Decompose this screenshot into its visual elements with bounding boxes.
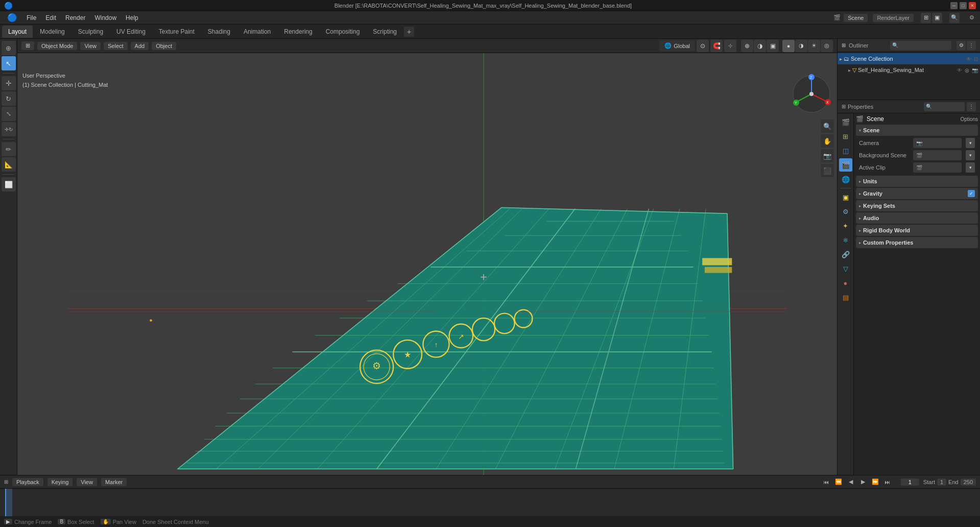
annotate-tool[interactable]: ✏ [2, 142, 16, 156]
editor-type-button[interactable]: ⊞ [21, 41, 34, 50]
step-back-button[interactable]: ⏪ [833, 477, 844, 487]
tab-scripting[interactable]: Scripting [367, 26, 403, 38]
object-data-props-icon[interactable]: ▽ [839, 262, 852, 275]
render-props-icon[interactable]: 🎬 [839, 115, 852, 129]
renderlayer-selector[interactable]: RenderLayer [873, 14, 914, 22]
playback-menu[interactable]: Playback [12, 478, 43, 486]
tab-compositing[interactable]: Compositing [320, 26, 366, 38]
scene-panel-options[interactable]: Options [961, 116, 978, 122]
tab-modeling[interactable]: Modeling [34, 26, 71, 38]
close-button[interactable]: ✕ [969, 2, 976, 9]
transform-tool[interactable]: ✛↻ [2, 122, 16, 136]
outliner-filter-button[interactable]: ⚙ [957, 41, 966, 50]
screen-layout-icon[interactable]: ⊞ [921, 13, 931, 23]
output-props-icon[interactable]: ⊞ [839, 130, 852, 143]
snap-button[interactable]: 🧲 [710, 40, 723, 52]
view-layer-props-icon[interactable]: ◫ [839, 144, 852, 157]
measure-tool[interactable]: 📐 [2, 157, 16, 172]
add-menu[interactable]: Add [131, 42, 149, 50]
proportional-edit-button[interactable]: ⊙ [697, 40, 709, 52]
screen-icon[interactable]: ▣ [932, 13, 942, 23]
tab-uv-editing[interactable]: UV Editing [110, 26, 152, 38]
outliner-search[interactable]: 🔍 [890, 41, 951, 50]
object-render-icon[interactable]: 📷 [972, 67, 978, 73]
menu-edit[interactable]: Edit [41, 13, 60, 23]
move-tool[interactable]: ✛ [2, 76, 16, 90]
gravity-section-header[interactable]: ▸ Gravity ✓ [856, 188, 978, 199]
physics-props-icon[interactable]: ⚛ [839, 233, 852, 247]
outliner-options-button[interactable]: ⋮ [967, 41, 976, 50]
gravity-checkbox[interactable]: ✓ [968, 190, 975, 197]
keying-sets-section-header[interactable]: ▸ Keying Sets [856, 200, 978, 211]
select-tool[interactable]: ↖ [2, 56, 16, 70]
background-scene-selector-button[interactable]: ▾ [966, 150, 975, 160]
tab-animation[interactable]: Animation [237, 26, 277, 38]
xray-button[interactable]: ▣ [767, 40, 779, 52]
menu-file[interactable]: File [22, 13, 40, 23]
tab-rendering[interactable]: Rendering [278, 26, 318, 38]
object-props-icon[interactable]: ▣ [839, 190, 852, 204]
start-frame-input[interactable]: 1 [937, 478, 946, 486]
background-scene-value[interactable]: 🎬 [913, 150, 962, 160]
object-visibility-icon[interactable]: 👁 [957, 67, 962, 73]
properties-search[interactable]: 🔍 [924, 102, 965, 111]
global-transform-button[interactable]: 🌐 Global [660, 41, 694, 50]
view-menu[interactable]: View [80, 42, 101, 50]
properties-options-button[interactable]: ⋮ [967, 102, 976, 111]
texture-props-icon[interactable]: ▤ [839, 291, 852, 304]
scene-selector[interactable]: Scene [844, 14, 868, 22]
timeline-ruler[interactable]: 1 10 20 30 40 50 60 70 80 90 100 110 120… [0, 489, 980, 516]
world-props-icon[interactable]: 🌐 [839, 173, 852, 186]
scale-tool[interactable]: ⤡ [2, 107, 16, 121]
active-clip-selector-button[interactable]: ▾ [966, 162, 975, 173]
rigid-body-section-header[interactable]: ▸ Rigid Body World [856, 225, 978, 236]
units-section-header[interactable]: ▸ Units [856, 176, 978, 187]
viewport[interactable]: ⊞ Object Mode View Select Add Object 🌐 G… [17, 39, 837, 475]
current-frame-input[interactable]: 1 [901, 478, 919, 486]
active-clip-value[interactable]: 🎬 [913, 162, 962, 173]
material-props-icon[interactable]: ● [839, 276, 852, 290]
object-mode-button[interactable]: Object Mode [37, 42, 77, 50]
perspective-toggle-button[interactable]: ⬛ [821, 164, 834, 177]
eevee-shading-button[interactable]: ◎ [821, 40, 833, 52]
jump-start-button[interactable]: ⏮ [821, 477, 831, 487]
camera-selector-button[interactable]: ▾ [966, 138, 975, 148]
tab-sculpting[interactable]: Sculpting [72, 26, 109, 38]
add-workspace-button[interactable]: + [404, 27, 414, 37]
constraints-props-icon[interactable]: 🔗 [839, 248, 852, 261]
minimize-button[interactable]: ─ [950, 2, 958, 9]
modifier-props-icon[interactable]: ⚙ [839, 205, 852, 218]
menu-render[interactable]: Render [61, 13, 89, 23]
tab-shading[interactable]: Shading [202, 26, 236, 38]
search-header-icon[interactable]: 🔍 [949, 13, 960, 23]
cursor-tool[interactable]: ⊕ [2, 41, 16, 55]
play-back-button[interactable]: ◀ [846, 477, 856, 487]
camera-value[interactable]: 📷 [913, 138, 962, 148]
rotate-tool[interactable]: ↻ [2, 91, 16, 106]
select-menu[interactable]: Select [104, 42, 128, 50]
menu-blender[interactable]: 🔵 [3, 11, 21, 24]
menu-help[interactable]: Help [122, 13, 142, 23]
step-forward-button[interactable]: ⏩ [870, 477, 880, 487]
view-menu-timeline[interactable]: View [77, 478, 97, 486]
add-tool[interactable]: ⬜ [2, 177, 16, 191]
scene-props-icon[interactable]: 🎬 [839, 158, 852, 172]
rendered-shading-button[interactable]: ☀ [808, 40, 820, 52]
jump-end-button[interactable]: ⏭ [882, 477, 893, 487]
viewport-gizmo[interactable]: Z X Y [791, 74, 832, 114]
restrict-icon[interactable]: ⊡ [974, 56, 978, 62]
viewport-canvas[interactable]: ⚙ ★ ↑ ↗ · [17, 53, 837, 475]
keying-menu[interactable]: Keying [47, 478, 73, 486]
scene-section-header[interactable]: ▾ Scene [856, 125, 978, 136]
visibility-icon[interactable]: 👁 [966, 56, 971, 62]
maximize-button[interactable]: □ [960, 2, 967, 9]
show-gizmo-button[interactable]: ⊕ [741, 40, 753, 52]
material-preview-button[interactable]: ◑ [795, 40, 807, 52]
audio-section-header[interactable]: ▸ Audio [856, 212, 978, 224]
object-menu[interactable]: Object [152, 42, 176, 50]
end-frame-input[interactable]: 250 [961, 478, 976, 486]
camera-view-button[interactable]: 📷 [821, 149, 834, 162]
object-select-icon[interactable]: ◎ [965, 67, 969, 73]
zoom-tool-button[interactable]: 🔍 [821, 119, 834, 133]
mat-object-row[interactable]: ▸ ▽ Self_Healing_Sewing_Mat 👁 ◎ 📷 [838, 64, 980, 76]
